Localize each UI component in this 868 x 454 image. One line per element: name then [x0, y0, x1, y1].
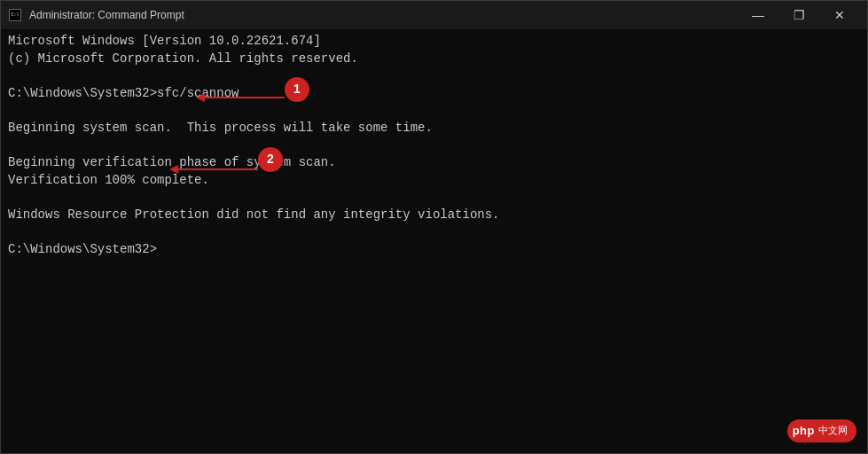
terminal-line-1: Microsoft Windows [Version 10.0.22621.67… [8, 33, 860, 51]
terminal-line-prompt: C:\Windows\System32> [8, 241, 860, 259]
watermark-cn: 中文网 [818, 424, 848, 437]
terminal-line-verify-complete: Verification 100% complete. [8, 172, 860, 190]
window-title: Administrator: Command Prompt [29, 9, 184, 21]
minimize-button[interactable]: — [738, 1, 778, 29]
watermark: php 中文网 [787, 419, 856, 442]
terminal-line-verify-start: Beginning verification phase of system s… [8, 154, 860, 172]
window: Administrator: Command Prompt — ❐ ✕ Micr… [0, 0, 868, 454]
maximize-button[interactable]: ❐ [778, 1, 819, 29]
close-button[interactable]: ✕ [819, 1, 860, 29]
terminal-line-scan: Beginning system scan. This process will… [8, 120, 860, 137]
terminal-blank-5 [8, 224, 860, 242]
terminal-line-result: Windows Resource Protection did not find… [8, 207, 860, 224]
terminal-blank-3 [8, 137, 860, 155]
terminal-blank-4 [8, 189, 860, 207]
annotation-2-badge-container: 2 [258, 147, 283, 172]
terminal-line-2: (c) Microsoft Corporation. All rights re… [8, 51, 860, 68]
cmd-icon [8, 8, 22, 22]
terminal-line-command: C:\Windows\System32>sfc/scannow [8, 85, 860, 103]
annotation-badge-2: 2 [258, 147, 283, 172]
title-bar: Administrator: Command Prompt — ❐ ✕ [1, 1, 867, 29]
annotation-badge-1: 1 [285, 77, 309, 102]
terminal-blank-1 [8, 67, 860, 85]
watermark-php: php [793, 423, 815, 439]
annotation-1-badge-container: 1 [285, 77, 309, 102]
title-bar-left: Administrator: Command Prompt [8, 8, 184, 22]
title-bar-controls: — ❐ ✕ [738, 1, 860, 29]
terminal-body: Microsoft Windows [Version 10.0.22621.67… [1, 29, 867, 453]
terminal-blank-2 [8, 102, 860, 120]
